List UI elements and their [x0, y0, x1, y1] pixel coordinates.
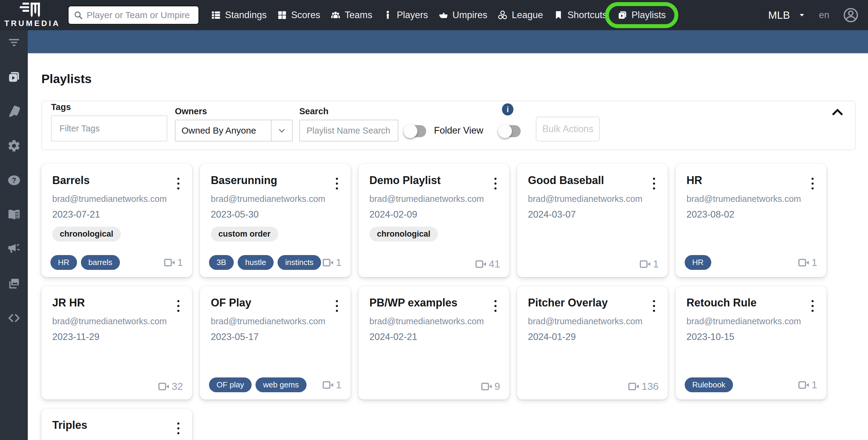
shortcuts-icon: [553, 10, 564, 20]
camera-icon: [628, 382, 640, 391]
bulk-actions-toggle[interactable]: [499, 125, 521, 137]
playlist-card-triples[interactable]: Triplesbrad@trumedianetworks.com: [41, 409, 192, 440]
nav-item-label: Shortcuts: [567, 10, 607, 21]
kebab-menu-icon[interactable]: [810, 299, 815, 313]
search-label: Search: [299, 106, 398, 116]
trumedia-logo[interactable]: TRUMEDIA: [4, 2, 60, 28]
players-icon: [383, 10, 393, 20]
language-selector[interactable]: en: [819, 10, 829, 21]
playlist-card-retouch-rule[interactable]: Retouch Rulebrad@trumedianetworks.com202…: [676, 286, 826, 400]
tag-pills: OF playweb gems: [209, 377, 307, 392]
nav-item-scores[interactable]: Scores: [277, 10, 320, 21]
video-count-value: 32: [172, 380, 183, 392]
camera-icon: [481, 382, 493, 391]
playlist-title: Baserunning: [211, 174, 340, 187]
tag-pill-hr[interactable]: HR: [685, 255, 711, 270]
video-count-value: 9: [494, 380, 500, 392]
kebab-menu-icon[interactable]: [652, 299, 656, 313]
playlist-owner: brad@trumedianetworks.com: [52, 316, 181, 326]
sidebar-announcements-icon[interactable]: [7, 242, 21, 256]
playlist-card-pb-wp-examples[interactable]: PB/WP examplesbrad@trumedianetworks.com2…: [359, 286, 509, 400]
sidebar-docs-icon[interactable]: [7, 208, 21, 222]
playlist-title: Good Baseball: [528, 174, 657, 187]
umpires-icon: [438, 10, 448, 20]
playlist-card-demo-playlist[interactable]: Demo Playlistbrad@trumedianetworks.com20…: [359, 164, 509, 277]
filter-tags-input[interactable]: [51, 115, 167, 141]
tag-pill-barrels[interactable]: barrels: [81, 255, 120, 270]
card-footer: 41: [368, 258, 500, 270]
tags-label: Tags: [51, 102, 167, 112]
owners-select[interactable]: Owned By Anyone: [175, 120, 293, 141]
nav-item-players[interactable]: Players: [383, 10, 428, 21]
sidebar-tags-icon[interactable]: [7, 105, 21, 118]
trumedia-logo-text: TRUMEDIA: [4, 19, 60, 28]
folder-view-toggle[interactable]: [405, 125, 426, 137]
sidebar-settings-icon[interactable]: [7, 139, 21, 153]
kebab-menu-icon[interactable]: [335, 176, 339, 191]
sidebar-playlists-icon[interactable]: [7, 70, 21, 84]
kebab-menu-icon[interactable]: [493, 299, 498, 313]
tag-pill-3b[interactable]: 3B: [209, 255, 234, 270]
video-count-value: 1: [177, 257, 183, 268]
bulk-actions-button[interactable]: Bulk Actions: [536, 117, 600, 141]
video-count-value: 1: [336, 379, 342, 391]
tag-pill-hr[interactable]: HR: [51, 255, 77, 270]
playlist-card-barrels[interactable]: Barrelsbrad@trumedianetworks.com2023-07-…: [41, 164, 192, 277]
kebab-menu-icon[interactable]: [176, 421, 181, 436]
playlist-title: OF Play: [211, 296, 340, 309]
playlist-date: 2024-03-07: [528, 209, 657, 220]
sidebar-code-icon[interactable]: [7, 311, 21, 325]
tag-pill-hustle[interactable]: hustle: [238, 255, 274, 270]
playlist-date: 2024-02-21: [369, 331, 498, 342]
nav-item-league[interactable]: League: [497, 10, 543, 21]
nav-item-shortcuts[interactable]: Shortcuts: [553, 10, 607, 21]
playlist-name-search-input[interactable]: [299, 120, 398, 141]
tag-pill-rulebook[interactable]: Rulebook: [685, 377, 733, 392]
chevron-down-icon: [277, 126, 286, 135]
playlist-card-baserunning[interactable]: Baserunningbrad@trumedianetworks.com2023…: [200, 164, 351, 277]
secondary-bar: [28, 30, 868, 54]
info-icon[interactable]: i: [502, 104, 514, 115]
card-footer: 32: [51, 380, 183, 392]
video-count: 1: [164, 257, 183, 268]
playlist-owner: brad@trumedianetworks.com: [52, 194, 181, 204]
playlist-card-pitcher-overlay[interactable]: Pitcher Overlaybrad@trumedianetworks.com…: [517, 286, 668, 400]
playlist-card-good-baseball[interactable]: Good Baseballbrad@trumedianetworks.com20…: [517, 164, 668, 277]
sidebar-gallery-icon[interactable]: [7, 277, 21, 290]
tag-pill-of-play[interactable]: OF play: [209, 377, 252, 392]
tag-pill-web-gems[interactable]: web gems: [255, 377, 307, 392]
kebab-menu-icon[interactable]: [335, 299, 339, 313]
account-icon[interactable]: [843, 7, 859, 23]
nav-item-playlists[interactable]: Playlists: [605, 2, 678, 28]
nav-item-standings[interactable]: Standings: [211, 10, 267, 21]
owners-select-value: Owned By Anyone: [176, 120, 271, 141]
kebab-menu-icon[interactable]: [176, 299, 181, 313]
playlist-title: Retouch Rule: [686, 296, 815, 309]
playlist-owner: brad@trumedianetworks.com: [211, 316, 340, 326]
kebab-menu-icon[interactable]: [652, 176, 656, 191]
playlist-card-of-play[interactable]: OF Playbrad@trumedianetworks.com2023-05-…: [200, 286, 351, 400]
sidebar-help-icon[interactable]: ?: [7, 173, 21, 187]
sidebar-filter-icon[interactable]: [7, 36, 21, 49]
playlist-title: JR HR: [52, 296, 181, 309]
kebab-menu-icon[interactable]: [810, 176, 815, 191]
global-search-input[interactable]: [87, 10, 194, 20]
chevron-up-icon[interactable]: [831, 107, 844, 117]
global-search-box[interactable]: [68, 5, 199, 25]
nav-item-umpires[interactable]: Umpires: [438, 10, 487, 21]
kebab-menu-icon[interactable]: [176, 176, 181, 191]
league-selector[interactable]: MLB: [768, 9, 806, 21]
playlist-card-jr-hr[interactable]: JR HRbrad@trumedianetworks.com2023-11-29…: [41, 286, 192, 400]
owners-select-chevron: [271, 120, 292, 141]
playlist-date: 2023-07-21: [52, 209, 181, 220]
tag-pills: HRbarrels: [51, 255, 120, 270]
nav-item-teams[interactable]: Teams: [331, 10, 372, 21]
tag-pill-instincts[interactable]: instincts: [278, 255, 321, 270]
video-count: 9: [481, 380, 500, 392]
nav-item-label: Players: [397, 10, 428, 21]
playlists-filter-panel: Tags Owners Owned By Anyone Search Folde…: [41, 100, 856, 150]
playlist-card-hr[interactable]: HRbrad@trumedianetworks.com2023-08-02HR1: [676, 164, 826, 277]
video-count: 1: [322, 379, 342, 391]
kebab-menu-icon[interactable]: [493, 176, 498, 191]
camera-icon: [798, 258, 810, 267]
